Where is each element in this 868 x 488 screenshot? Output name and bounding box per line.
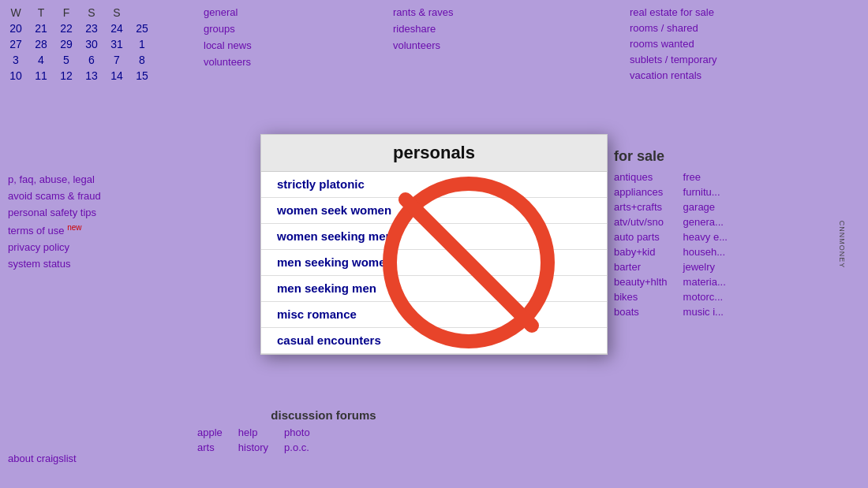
modal-header: personals [261,135,607,172]
personals-link-women-seeking-men[interactable]: women seeking men [277,229,393,243]
bg-middle-community: general groups local news volunteers [197,0,418,79]
personals-modal: personals strictly platonic women seek w… [260,134,608,355]
cnn-watermark: CNNMONEY [839,220,847,268]
modal-body: strictly platonic women seek women women… [261,172,607,354]
personals-link-men-seeking-men[interactable]: men seeking men [277,281,376,295]
bg-right-housing: real estate for sale rooms / shared room… [623,0,860,91]
personals-link-casual-encounters[interactable]: casual encounters [277,333,381,347]
personals-link-women-seek-women[interactable]: women seek women [277,203,391,217]
for-sale-title: for sale [614,148,854,165]
list-item: men seeking men [261,276,607,302]
list-item: strictly platonic [261,172,607,198]
modal-title: personals [277,143,591,163]
list-item: women seeking men [261,224,607,250]
bg-middle-community2: rants & raves rideshare volunteers [387,0,460,62]
bg-discussion-forums: discussion forums apple arts help histor… [197,408,450,456]
list-item: misc romance [261,302,607,328]
discussion-forums-title: discussion forums [197,408,450,422]
list-item: men seeking women [261,250,607,276]
bg-calendar: W T F S S 20 21 22 23 24 25 27 28 29 30 … [0,0,174,91]
list-item: casual encounters [261,328,607,354]
personals-link-misc-romance[interactable]: misc romance [277,307,357,321]
bg-right-forsale: for sale antiques appliances arts+crafts… [608,142,860,327]
personals-link-strictly-platonic[interactable]: strictly platonic [277,177,365,191]
personals-link-men-seeking-women[interactable]: men seeking women [277,255,393,269]
list-item: women seek women [261,198,607,224]
bg-left-links: p, faq, abuse, legal avoid scams & fraud… [8,173,166,274]
bg-bottom-left: about craigslist [8,453,77,464]
